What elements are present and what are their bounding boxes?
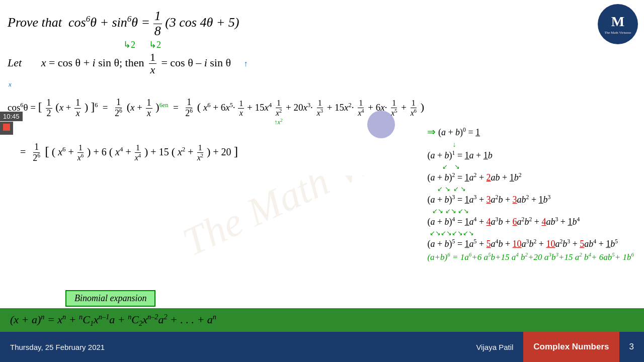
cursor-indicator — [367, 111, 395, 138]
logo: M The Math Virtuoso — [598, 4, 638, 44]
annotation-row: ↳2 ↳2 — [123, 39, 636, 50]
pascal-line-1: (a + b)1 = 1a + 1b — [427, 150, 634, 161]
status-page: 3 — [619, 342, 644, 352]
pascal-line-5: (a + b)5 = 1a5 + 5a4b + 10a3b2 + 10a2b3 … — [427, 238, 634, 249]
pascal-line-2: (a + b)2 = 1a2 + 2ab + 1b2 — [427, 172, 634, 183]
binomial-label: Binomial expansion — [65, 290, 155, 307]
video-time: 10:45 — [0, 112, 23, 121]
title-line: Prove that cos6θ + sin6θ = 1 8 (3 cos 4θ… — [8, 9, 636, 38]
let-line: Let x = cos θ + i sin θ; then 1 x = cos … — [8, 51, 636, 89]
pascal-line-6: (a+b)6 = 1a6+6 a5b+15 a4 b2+20 a3b3+15 a… — [427, 251, 634, 262]
stop-icon — [3, 124, 10, 131]
status-date: Thursday, 25 February 2021 — [0, 343, 115, 351]
logo-subtitle: The Math Virtuoso — [604, 31, 631, 35]
arrows-4-5: ↙↘↙↘↙↘↙↘ — [430, 229, 634, 237]
formula-bar: (x + a)n = xn + nC1xn–1a + nC2xn–2a2 + .… — [0, 308, 644, 332]
video-stop-button[interactable] — [0, 122, 13, 135]
arrows-2-3: ↙ ↘ ↙ ↘ — [437, 185, 634, 193]
pascal-line-3: (a + b)3 = 1a3 + 3a2b + 3ab2 + 1b3 — [427, 194, 634, 205]
logo-letter: M — [611, 14, 624, 30]
pascal-area: ⇒ (a + b)0 = 1 ↓ (a + b)1 = 1a + 1b ↙ ↘ … — [427, 126, 634, 264]
annotation-1: ↳2 ↳2 — [123, 40, 161, 50]
pascal-line-0: ⇒ (a + b)0 = 1 — [427, 126, 634, 138]
status-teacher: Vijaya Patil — [466, 343, 523, 351]
cos6-line1: cos6θ = [ 1 2 (x + 1 x ) ]6 = 1 26 (x + … — [8, 94, 636, 120]
status-bar: Thursday, 25 February 2021 Vijaya Patil … — [0, 332, 644, 362]
arrows-3-4: ↙↘ ↙↘ ↙↘ — [432, 207, 634, 215]
status-subject: Complex Numbers — [523, 332, 619, 362]
arrow-0-1: ↓ — [452, 141, 634, 149]
arrows-1-2: ↙ ↘ — [442, 163, 634, 171]
pascal-line-4: (a + b)4 = 1a4 + 4a3b + 6a2b2 + 4ab3 + 1… — [427, 216, 634, 227]
